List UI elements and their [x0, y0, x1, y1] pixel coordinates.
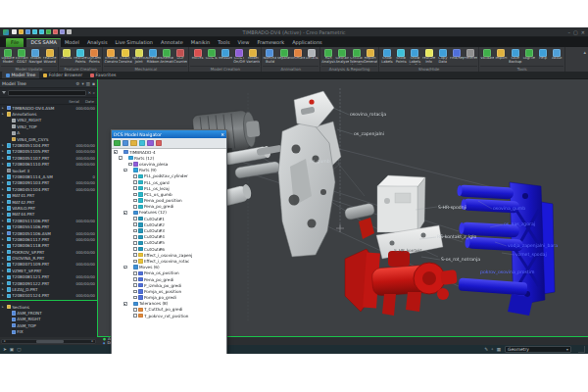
navigator-settings-icon[interactable] — [156, 140, 163, 147]
customize-icon[interactable] — [67, 29, 72, 34]
scroll-left-icon[interactable]: ◂ — [2, 339, 7, 343]
details-button[interactable]: Details — [305, 48, 318, 66]
logfile-button[interactable]: LogFile — [522, 48, 536, 66]
tree-dropdown-icon[interactable]: ▾ — [81, 81, 83, 86]
embed-constraints-button[interactable]: Embed Constraints — [104, 48, 118, 66]
validate-button[interactable]: Validate — [480, 48, 494, 66]
find-replace-button[interactable]: Find/Replace — [450, 48, 464, 66]
stop-icon[interactable]: ▢ — [17, 347, 21, 352]
red-clip-part[interactable] — [359, 218, 374, 239]
points-button[interactable]: Points — [60, 48, 74, 66]
labels-toggle-icon[interactable] — [139, 140, 146, 147]
feature-info-button[interactable]: Feature Info — [421, 48, 435, 66]
navigator-title-bar[interactable]: DCS Model Navigator ✕ — [112, 130, 226, 138]
animate-button[interactable]: Animate — [291, 48, 305, 66]
filter-expand-icon[interactable]: » — [93, 90, 95, 95]
tab-dcs-sama[interactable]: DCS SAMA — [26, 38, 61, 47]
column-header-serial[interactable]: Serial — [69, 99, 79, 104]
select-mode-icon[interactable]: ➤ — [3, 347, 7, 352]
dynamic-points-button[interactable]: Dynamic Points — [87, 48, 101, 66]
part-label[interactable]: S-HR-spodnji — [438, 205, 466, 210]
report-generation-button[interactable]: Report Generation — [364, 48, 377, 66]
checkbox[interactable] — [133, 253, 137, 257]
tab-analysis[interactable]: Analysis — [83, 38, 112, 47]
new-file-icon[interactable] — [12, 29, 17, 34]
grid-icon[interactable]: ▦ — [497, 347, 501, 352]
tab-live-simulation[interactable]: Live Simulation — [112, 38, 157, 47]
color-display-icon[interactable] — [130, 140, 137, 147]
selection-filter-dropdown[interactable]: Geometry ▾ — [505, 346, 571, 353]
spherical-joint-button[interactable]: Spherical Joint — [132, 48, 146, 66]
clipboard-icon[interactable]: ▣ — [10, 347, 14, 352]
part-label[interactable]: S_HR_kontakt — [394, 248, 422, 253]
scrollbar-thumb[interactable] — [36, 340, 64, 343]
checkbox[interactable] — [133, 247, 137, 251]
regenerate-icon[interactable] — [46, 29, 51, 34]
checkbox[interactable] — [133, 296, 137, 300]
model-navigator-button[interactable]: Model Navigator — [28, 48, 42, 66]
import-button[interactable]: Import — [494, 48, 508, 66]
expand-tree-icon[interactable] — [147, 140, 154, 147]
checkbox[interactable] — [133, 277, 137, 281]
filter-clear-icon[interactable]: ✕ — [88, 90, 91, 95]
checkbox[interactable] — [133, 180, 137, 184]
navigator-node[interactable]: T_pokrov_rot_position — [112, 313, 226, 318]
gd-t-on-off-button[interactable]: GD&T On/Off — [232, 48, 246, 66]
tab-applications[interactable]: Applications — [288, 38, 326, 47]
show-labels-button[interactable]: Show Labels — [380, 48, 394, 66]
checkbox[interactable] — [133, 222, 137, 226]
run-analysis-button[interactable]: Run Analysis — [321, 48, 335, 66]
show-points-button[interactable]: Show Points — [394, 48, 408, 66]
tab-model[interactable]: Model — [61, 38, 83, 47]
tab-manikin[interactable]: Manikin — [187, 38, 214, 47]
save-icon[interactable] — [25, 29, 30, 34]
update-display-icon[interactable] — [114, 140, 121, 147]
file-menu-button[interactable]: File — [6, 38, 24, 47]
tree-filter-input[interactable] — [8, 90, 87, 96]
close-button[interactable]: ✕ — [581, 29, 585, 35]
checkbox[interactable] — [133, 199, 137, 203]
blue-frame-assembly[interactable] — [457, 182, 555, 316]
nav-tab-favorites[interactable]: Favorites — [86, 72, 120, 78]
tree-node[interactable]: FIX — [0, 329, 97, 335]
measures-button[interactable]: Measures — [219, 48, 232, 66]
feature-points-button[interactable]: Feature Points — [74, 48, 87, 66]
brush-icon[interactable]: ✎ — [484, 347, 488, 352]
checkbox[interactable] — [133, 205, 137, 209]
find-target-icon[interactable]: ⌖ — [491, 347, 494, 352]
tree-columns-icon[interactable]: ▥ — [86, 81, 90, 86]
nominal-build-button[interactable]: Nominal Build — [263, 48, 276, 66]
separate-button[interactable]: Separate — [277, 48, 291, 66]
checkbox[interactable] — [133, 260, 137, 264]
gd-ts-button[interactable]: GD&Ts — [205, 48, 219, 66]
about-button[interactable]: About — [550, 48, 564, 66]
tab-framework[interactable]: Framework — [253, 38, 288, 47]
dof-counter-button[interactable]: DOF Counter — [173, 48, 187, 66]
save-backup-button[interactable]: Save Backup — [509, 48, 522, 66]
preferences-button[interactable]: Preferences — [464, 48, 477, 66]
windows-icon[interactable] — [60, 29, 65, 34]
cover-part[interactable] — [294, 91, 334, 127]
undo-icon[interactable] — [32, 29, 37, 34]
bracket-plate-part[interactable] — [278, 120, 341, 257]
checkbox[interactable] — [133, 235, 137, 239]
tab-annotate[interactable]: Annotate — [157, 38, 187, 47]
part-label[interactable]: os_zapenjalni — [354, 131, 384, 137]
checkbox[interactable] — [133, 314, 137, 318]
checkbox[interactable] — [133, 193, 137, 197]
part-label[interactable]: S-os_rot_notranja — [441, 257, 480, 263]
checkbox[interactable] — [133, 308, 137, 312]
tab-view[interactable]: View — [234, 38, 254, 47]
checkbox[interactable] — [133, 186, 137, 190]
resize-grip[interactable] — [578, 346, 585, 353]
checkbox[interactable] — [133, 217, 137, 220]
exact-constraint-button[interactable]: Exact Constraint — [119, 48, 132, 66]
show-labels-by-ref-button[interactable]: Show Labels by Ref — [408, 48, 421, 66]
checkbox[interactable] — [133, 290, 137, 294]
dcs-model-navigator-panel[interactable]: DCS Model Navigator ✕ TIMBRADO-4Parts (1… — [111, 129, 227, 354]
checkbox[interactable] — [133, 229, 137, 233]
kinematic-animation-button[interactable]: Kinematic Animation — [160, 48, 173, 66]
model-variants-button[interactable]: Model Variants — [246, 48, 260, 66]
close-window-icon[interactable] — [53, 29, 58, 34]
tree-pin-icon[interactable]: ▪ — [92, 81, 95, 86]
